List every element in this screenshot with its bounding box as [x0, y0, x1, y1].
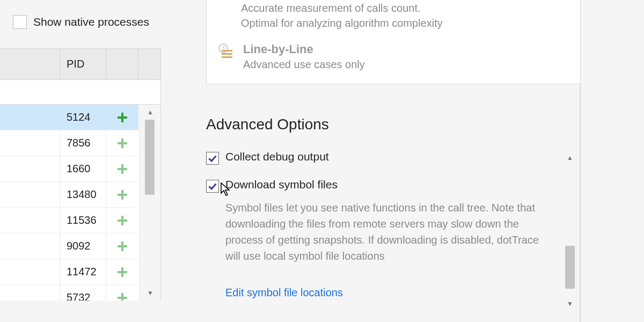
row-pid-cell: 13480 [60, 182, 106, 207]
checkbox-icon [13, 15, 27, 29]
plus-icon [118, 293, 127, 301]
sampling-description: Accurate measurement of calls count. Opt… [207, 0, 580, 31]
collect-debug-label: Collect debug output [225, 150, 329, 163]
attach-button[interactable] [106, 182, 138, 207]
checkbox-icon [206, 180, 219, 193]
row-pid-cell: 7856 [60, 130, 106, 156]
process-table: PID 51247856166013480115369092114725732 … [0, 48, 161, 301]
row-pid-cell: 5732 [60, 285, 106, 301]
attach-button[interactable] [106, 285, 138, 301]
row-name-cell [0, 233, 60, 259]
scroll-down-icon[interactable]: ▼ [559, 296, 581, 311]
download-symbol-files-checkbox[interactable]: Download symbol files [206, 178, 338, 193]
attach-button[interactable] [106, 130, 138, 156]
scroll-down-icon[interactable]: ▼ [140, 286, 160, 301]
attach-button[interactable] [106, 233, 138, 259]
scroll-thumb[interactable] [565, 246, 575, 289]
checkbox-icon [206, 152, 219, 165]
column-header-action [106, 49, 138, 79]
row-pid-cell: 1660 [60, 156, 106, 181]
row-pid-cell: 9092 [60, 233, 106, 259]
attach-button[interactable] [106, 208, 138, 233]
row-pid-cell: 11536 [60, 208, 106, 233]
table-vertical-scrollbar[interactable]: ▲ ▼ [139, 105, 160, 301]
line-by-line-option[interactable]: Line-by-Line Advanced use cases only [207, 31, 580, 71]
scroll-thumb[interactable] [145, 120, 155, 195]
table-row[interactable]: 13480 [0, 182, 138, 208]
attach-button[interactable] [106, 105, 138, 130]
options-pane: Accurate measurement of calls count. Opt… [162, 0, 644, 322]
row-pid-cell: 11472 [60, 259, 106, 284]
scroll-up-icon[interactable]: ▲ [559, 150, 581, 165]
scroll-track[interactable] [559, 165, 581, 296]
plus-icon [118, 267, 127, 277]
plus-icon [118, 113, 127, 122]
table-row[interactable]: 7856 [0, 130, 138, 156]
table-filter-row[interactable] [0, 80, 160, 105]
attach-button[interactable] [106, 259, 138, 284]
line-by-line-icon [218, 43, 233, 58]
row-name-cell [0, 285, 60, 301]
download-symbol-label: Download symbol files [225, 178, 338, 191]
plus-icon [118, 241, 127, 251]
collect-debug-output-checkbox[interactable]: Collect debug output [206, 150, 329, 165]
column-header-name[interactable] [0, 49, 60, 79]
column-header-pid[interactable]: PID [60, 49, 106, 79]
row-name-cell [0, 156, 60, 181]
table-header: PID [0, 49, 160, 80]
table-body: 51247856166013480115369092114725732 ▲ ▼ [0, 105, 160, 301]
scroll-up-icon[interactable]: ▲ [140, 105, 160, 120]
table-row[interactable]: 1660 [0, 156, 138, 182]
table-row[interactable]: 5124 [0, 105, 138, 130]
panel-vertical-scrollbar[interactable]: ▲ ▼ [559, 150, 581, 311]
row-name-cell [0, 259, 60, 284]
line-by-line-title: Line-by-Line [243, 42, 365, 56]
plus-icon [118, 190, 127, 200]
advanced-options-heading: Advanced Options [206, 116, 329, 133]
edit-symbol-locations-link[interactable]: Edit symbol file locations [225, 287, 343, 299]
row-name-cell [0, 105, 60, 130]
line-by-line-subtitle: Advanced use cases only [243, 58, 365, 71]
row-name-cell [0, 130, 60, 156]
symbol-files-description: Symbol files let you see native function… [225, 200, 542, 264]
table-row[interactable]: 11536 [0, 208, 138, 233]
table-row[interactable]: 11472 [0, 259, 138, 285]
row-pid-cell: 5124 [60, 105, 106, 130]
show-native-label: Show native processes [33, 16, 149, 28]
plus-icon [118, 216, 127, 225]
table-row[interactable]: 5732 [0, 285, 138, 301]
table-row[interactable]: 9092 [0, 233, 138, 259]
sampling-hint-line1: Accurate measurement of calls count. [241, 1, 580, 16]
profiling-type-box: Accurate measurement of calls count. Opt… [206, 0, 581, 84]
check-icon [208, 181, 216, 190]
row-name-cell [0, 182, 60, 207]
scroll-track[interactable] [140, 120, 160, 286]
show-native-processes-checkbox[interactable]: Show native processes [13, 15, 149, 29]
sampling-hint-line2: Optimal for analyzing algorithm complexi… [241, 16, 580, 31]
process-list-pane: Show native processes PID 51247856166013… [0, 0, 162, 322]
plus-icon [118, 164, 127, 174]
attach-button[interactable] [106, 156, 138, 181]
row-name-cell [0, 208, 60, 233]
column-header-scroll [138, 49, 160, 79]
plus-icon [118, 138, 127, 148]
check-icon [208, 153, 216, 162]
